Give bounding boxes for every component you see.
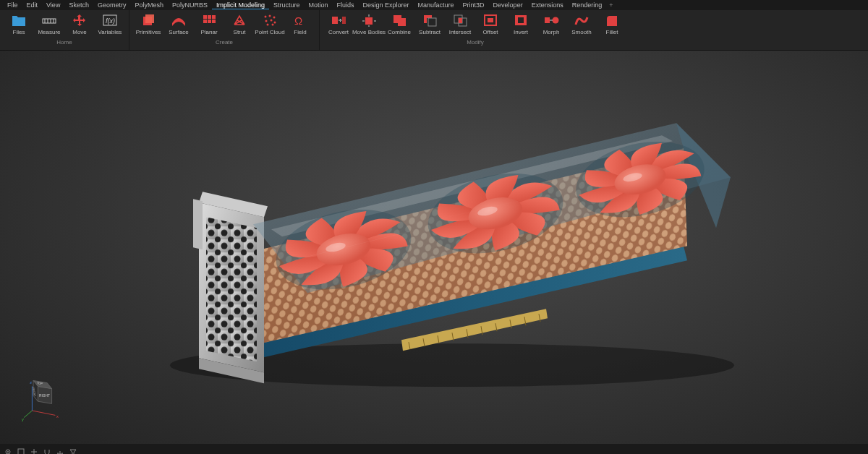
add-tab-button[interactable]: + bbox=[606, 1, 616, 9]
invert-tool[interactable]: Invert bbox=[506, 12, 535, 39]
svg-rect-9 bbox=[208, 20, 211, 23]
files-tool[interactable]: Files bbox=[4, 12, 33, 39]
field-tool[interactable]: ΩField bbox=[286, 12, 315, 39]
tool-label: Offset bbox=[482, 29, 498, 35]
status-units-icon[interactable] bbox=[56, 445, 64, 453]
viewport-3d[interactable]: x y z RIGHT TOP FRONT bbox=[0, 51, 868, 444]
menu-view[interactable]: View bbox=[42, 1, 64, 9]
strut-tool[interactable]: Strut bbox=[225, 12, 254, 39]
svg-point-34 bbox=[553, 17, 559, 24]
svg-rect-33 bbox=[545, 17, 550, 23]
intersect-tool[interactable]: Intersect bbox=[446, 12, 475, 39]
navigation-cube[interactable]: x y z RIGHT TOP FRONT bbox=[22, 376, 68, 422]
menu-geometry[interactable]: Geometry bbox=[93, 1, 131, 9]
combine-tool[interactable]: Combine bbox=[385, 12, 414, 39]
menu-fluids[interactable]: Fluids bbox=[333, 1, 359, 9]
group-label: Modify bbox=[467, 39, 484, 48]
menu-sketch[interactable]: Sketch bbox=[64, 1, 93, 9]
svg-point-84 bbox=[7, 451, 9, 453]
pointcloud-tool[interactable]: Point Cloud bbox=[255, 12, 284, 39]
status-snap-icon[interactable] bbox=[17, 445, 25, 453]
tool-label: Invert bbox=[514, 29, 528, 35]
svg-point-13 bbox=[273, 17, 276, 19]
tool-label: Intersect bbox=[449, 29, 472, 35]
svg-point-14 bbox=[265, 20, 268, 22]
menu-print3d[interactable]: Print3D bbox=[459, 1, 489, 9]
svg-point-18 bbox=[272, 24, 274, 26]
tool-label: Surface bbox=[169, 29, 189, 35]
svg-text:Ω: Ω bbox=[294, 14, 302, 27]
svg-rect-30 bbox=[488, 18, 493, 22]
gpu-model[interactable] bbox=[127, 83, 741, 387]
menu-rendering[interactable]: Rendering bbox=[568, 1, 607, 9]
tool-label: Smooth bbox=[571, 29, 592, 35]
variables-tool[interactable]: f(x)Variables bbox=[95, 12, 124, 39]
group-label: Create bbox=[216, 39, 233, 48]
svg-point-17 bbox=[267, 24, 269, 26]
measure-tool[interactable]: Measure bbox=[35, 12, 64, 39]
status-filter-icon[interactable] bbox=[69, 445, 77, 453]
svg-marker-59 bbox=[206, 217, 257, 361]
surface-icon bbox=[170, 12, 187, 28]
menu-polymesh[interactable]: PolyMesh bbox=[130, 1, 168, 9]
fillet-tool[interactable]: Fillet bbox=[597, 12, 626, 39]
menu-polynurbs[interactable]: PolyNURBS bbox=[168, 1, 212, 9]
move-icon bbox=[71, 12, 88, 28]
menu-structure[interactable]: Structure bbox=[269, 1, 305, 9]
status-grid-icon[interactable] bbox=[30, 445, 38, 453]
status-visibility-icon[interactable] bbox=[4, 445, 12, 453]
svg-rect-28 bbox=[459, 18, 462, 23]
menu-manufacture[interactable]: Manufacture bbox=[414, 1, 459, 9]
tool-label: Primitives bbox=[136, 29, 161, 35]
convert-tool[interactable]: Convert bbox=[324, 12, 353, 39]
tool-label: Subtract bbox=[419, 29, 441, 35]
axis-y-label: y bbox=[22, 417, 24, 421]
svg-point-16 bbox=[274, 22, 276, 24]
tool-label: Move Bodies bbox=[352, 29, 386, 35]
menu-edit[interactable]: Edit bbox=[22, 1, 43, 9]
svg-point-11 bbox=[265, 16, 267, 18]
planar-tool[interactable]: Planar bbox=[195, 12, 224, 39]
subtract-tool[interactable]: Subtract bbox=[415, 12, 444, 39]
svg-point-12 bbox=[269, 15, 271, 17]
menu-design-explorer[interactable]: Design Explorer bbox=[359, 1, 414, 9]
menu-file[interactable]: File bbox=[3, 1, 22, 9]
combine-icon bbox=[391, 12, 408, 28]
move-tool[interactable]: Move bbox=[65, 12, 94, 39]
morph-tool[interactable]: Morph bbox=[537, 12, 566, 39]
tool-label: Planar bbox=[200, 29, 217, 35]
field-icon: Ω bbox=[292, 12, 309, 28]
menu-motion[interactable]: Motion bbox=[305, 1, 333, 9]
ribbon-group-modify: ConvertMove BodiesCombineSubtractInterse… bbox=[320, 10, 631, 50]
smooth-tool[interactable]: Smooth bbox=[567, 12, 596, 39]
primitives-icon bbox=[140, 12, 157, 28]
primitives-tool[interactable]: Primitives bbox=[134, 12, 163, 39]
svg-rect-22 bbox=[365, 17, 373, 25]
status-bar bbox=[0, 444, 868, 454]
pointcloud-icon bbox=[261, 12, 278, 28]
status-magnet-icon[interactable] bbox=[43, 445, 51, 453]
axis-x-label: x bbox=[56, 414, 59, 419]
svg-rect-85 bbox=[18, 449, 24, 454]
planar-icon bbox=[200, 12, 218, 28]
movebodies-tool[interactable]: Move Bodies bbox=[354, 12, 383, 39]
main-menubar[interactable]: FileEditViewSketchGeometryPolyMeshPolyNU… bbox=[0, 0, 868, 10]
intersect-icon bbox=[451, 12, 469, 28]
svg-rect-32 bbox=[518, 17, 524, 23]
tool-label: Combine bbox=[388, 29, 411, 35]
menu-developer[interactable]: Developer bbox=[489, 1, 527, 9]
menu-extensions[interactable]: Extensions bbox=[527, 1, 568, 9]
offset-tool[interactable]: Offset bbox=[476, 12, 505, 39]
fillet-icon bbox=[603, 12, 621, 28]
tool-label: Field bbox=[294, 29, 306, 35]
tool-label: Strut bbox=[234, 29, 246, 35]
tool-label: Move bbox=[72, 29, 87, 35]
navcube-right-label[interactable]: RIGHT bbox=[39, 394, 50, 398]
svg-line-78 bbox=[24, 411, 32, 418]
invert-icon bbox=[512, 12, 529, 28]
surface-tool[interactable]: Surface bbox=[164, 12, 193, 39]
subtract-icon bbox=[421, 12, 438, 28]
svg-rect-7 bbox=[212, 15, 216, 19]
files-icon bbox=[10, 12, 27, 28]
menu-implicit-modeling[interactable]: Implicit Modeling bbox=[212, 1, 269, 9]
